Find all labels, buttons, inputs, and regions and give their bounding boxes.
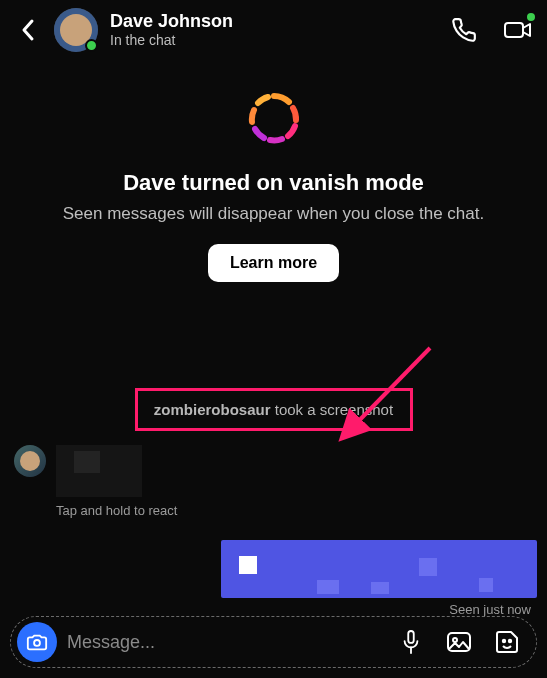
svg-point-7 [453,638,457,642]
microphone-icon [400,629,422,655]
svg-point-8 [503,640,505,642]
chat-header: Dave Johnson In the chat [0,0,547,60]
presence-indicator-icon [85,39,98,52]
sticker-button[interactable] [492,627,522,657]
contact-status: In the chat [110,32,233,49]
image-icon [446,630,472,654]
incoming-avatar[interactable] [14,445,46,477]
vanish-mode-notice: Dave turned on vanish mode Seen messages… [0,60,547,292]
screenshot-notice: zombierobosaur took a screenshot [135,388,413,431]
message-input[interactable] [67,632,386,653]
seen-label: Seen just now [0,598,547,617]
audio-call-button[interactable] [449,15,479,45]
incoming-message-row [0,445,547,497]
svg-point-3 [34,640,40,646]
contact-avatar[interactable] [54,8,98,52]
video-call-button[interactable] [503,15,533,45]
message-composer [10,616,537,668]
outgoing-message-row [0,536,547,598]
vanish-mode-subtitle: Seen messages will disappear when you cl… [12,204,535,224]
gallery-button[interactable] [444,627,474,657]
camera-icon [26,631,48,653]
svg-rect-0 [505,23,523,37]
contact-name-block[interactable]: Dave Johnson In the chat [110,11,233,49]
back-button[interactable] [14,16,42,44]
phone-icon [451,17,477,43]
incoming-message-bubble[interactable] [56,445,142,497]
contact-name: Dave Johnson [110,11,233,33]
react-hint: Tap and hold to react [56,503,547,518]
svg-point-9 [509,640,511,642]
camera-button[interactable] [17,622,57,662]
screenshot-notice-username: zombierobosaur [154,401,271,418]
svg-rect-4 [408,631,414,643]
vanish-mode-ring-icon [244,88,304,148]
video-presence-dot-icon [527,13,535,21]
outgoing-message-bubble[interactable] [221,540,537,598]
vanish-mode-title: Dave turned on vanish mode [12,170,535,196]
svg-rect-6 [448,633,470,651]
video-icon [503,18,533,42]
learn-more-button[interactable]: Learn more [208,244,339,282]
screenshot-notice-suffix: took a screenshot [271,401,394,418]
back-chevron-icon [20,18,36,42]
sticker-smile-icon [494,629,520,655]
mic-button[interactable] [396,627,426,657]
